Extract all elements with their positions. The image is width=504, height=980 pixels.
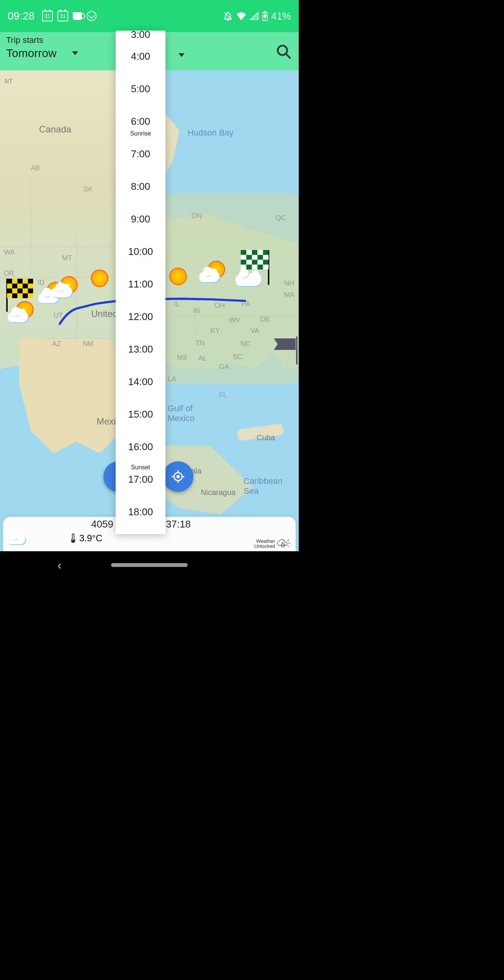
time-option[interactable]: 12:00 <box>116 301 165 333</box>
svg-rect-14 <box>28 284 33 289</box>
map-label: NT <box>5 78 13 85</box>
time-option[interactable]: 18:00 <box>116 496 165 528</box>
locate-me-button[interactable] <box>163 461 193 492</box>
map-label: AZ <box>52 340 61 348</box>
svg-rect-23 <box>23 293 28 298</box>
time-option[interactable]: 10:00 <box>116 235 165 268</box>
svg-rect-26 <box>241 250 247 255</box>
time-option[interactable]: 15:00 <box>116 398 165 431</box>
notification-off-icon <box>223 11 233 21</box>
chevron-down-icon <box>72 51 78 55</box>
svg-rect-29 <box>257 250 263 255</box>
map-label: Hudson Bay <box>188 128 234 138</box>
trip-duration: 37:18 <box>166 518 191 530</box>
map-label: GA <box>219 363 229 371</box>
weather-cloudy-icon <box>234 270 260 292</box>
svg-rect-42 <box>246 265 252 270</box>
svg-rect-16 <box>12 289 18 294</box>
svg-point-47 <box>177 475 179 478</box>
svg-rect-12 <box>17 284 23 289</box>
wifi-icon <box>236 12 247 20</box>
svg-rect-38 <box>252 260 258 265</box>
svg-rect-8 <box>23 279 28 284</box>
signal-icon <box>250 12 259 20</box>
map-label: AL <box>198 354 207 363</box>
svg-rect-33 <box>252 255 258 260</box>
svg-rect-28 <box>252 250 258 255</box>
back-button[interactable]: ‹ <box>57 558 62 572</box>
battery-icon <box>262 11 268 21</box>
temperature-value: 3.9°C <box>70 533 102 544</box>
time-dropdown-arrow[interactable] <box>178 53 185 57</box>
map-label: NC <box>241 340 250 348</box>
svg-rect-24 <box>28 293 33 298</box>
weather-sunny-icon <box>86 268 113 291</box>
time-option[interactable]: 11:00 <box>116 268 165 301</box>
sunrise-label: Sunrise <box>130 130 151 137</box>
time-option[interactable]: 16:00Sunset <box>116 431 165 463</box>
time-option[interactable]: Sunrise7:00 <box>116 138 165 170</box>
svg-rect-11 <box>12 284 18 289</box>
map-label: Canada <box>39 124 71 135</box>
svg-rect-44 <box>257 265 263 270</box>
time-option[interactable]: 14:00 <box>116 366 165 398</box>
day-selected: Tomorrow <box>6 47 57 60</box>
time-option[interactable]: 17:00 <box>116 463 165 496</box>
svg-rect-20 <box>7 293 12 298</box>
status-bar: 09:28 31 31 41% <box>0 0 299 32</box>
weather-sunny-icon <box>165 266 191 289</box>
map-label: LA <box>168 375 176 383</box>
svg-rect-37 <box>246 260 252 265</box>
svg-rect-40 <box>263 260 269 265</box>
search-button[interactable] <box>276 44 292 61</box>
battery-percent: 41% <box>271 10 291 22</box>
svg-line-54 <box>287 540 289 541</box>
time-option[interactable]: 9:00 <box>116 203 165 235</box>
weather-cloud-icon <box>7 535 26 545</box>
svg-rect-15 <box>7 289 12 294</box>
weather-partly-cloudy-icon <box>199 262 226 285</box>
map-label: MS <box>177 354 187 362</box>
svg-line-3 <box>286 54 290 58</box>
map-label: Gulf of Mexico <box>168 403 195 423</box>
time-option[interactable]: 4:00 <box>116 40 165 73</box>
svg-rect-35 <box>263 255 269 260</box>
trip-distance: 4059 <box>91 518 113 530</box>
sync-icon <box>87 11 97 21</box>
map-label: Nicaragua <box>201 488 236 497</box>
svg-rect-31 <box>241 255 247 260</box>
svg-rect-30 <box>263 250 269 255</box>
day-dropdown[interactable]: Tomorrow <box>6 47 78 60</box>
home-pill[interactable] <box>111 563 188 567</box>
weather-partly-cloudy-icon <box>52 277 79 300</box>
map-label: MA <box>284 291 295 299</box>
svg-line-56 <box>287 546 289 547</box>
time-option[interactable]: 8:00 <box>116 170 165 203</box>
svg-rect-21 <box>12 293 18 298</box>
map-label: SK <box>83 185 93 193</box>
trip-starts-label: Trip starts <box>6 35 78 45</box>
svg-rect-27 <box>246 250 252 255</box>
map-label: Caribbean Sea <box>244 476 299 496</box>
svg-rect-6 <box>12 279 18 284</box>
time-option[interactable]: 13:00 <box>116 333 165 366</box>
time-option[interactable]: 3:00 <box>116 31 165 40</box>
svg-rect-32 <box>246 255 252 260</box>
map-label: NM <box>83 340 93 348</box>
svg-rect-22 <box>17 293 23 298</box>
coffee-icon <box>73 12 82 20</box>
svg-rect-45 <box>263 265 269 270</box>
map-label: Cuba <box>257 433 275 442</box>
time-option[interactable]: 5:00 <box>116 73 165 105</box>
waypoint-flag-icon[interactable] <box>272 335 299 365</box>
map-label: MT <box>62 254 72 262</box>
map-label: NH <box>284 279 294 287</box>
map-label: FL <box>219 391 227 399</box>
svg-rect-43 <box>252 265 258 270</box>
map-label: QC <box>276 214 286 222</box>
map-label: VA <box>250 327 259 335</box>
status-time: 09:28 <box>8 10 34 22</box>
map-label: ON <box>191 212 202 220</box>
svg-rect-9 <box>28 279 33 284</box>
time-picker[interactable]: 3:004:005:006:00Sunrise7:008:009:0010:00… <box>116 31 165 534</box>
